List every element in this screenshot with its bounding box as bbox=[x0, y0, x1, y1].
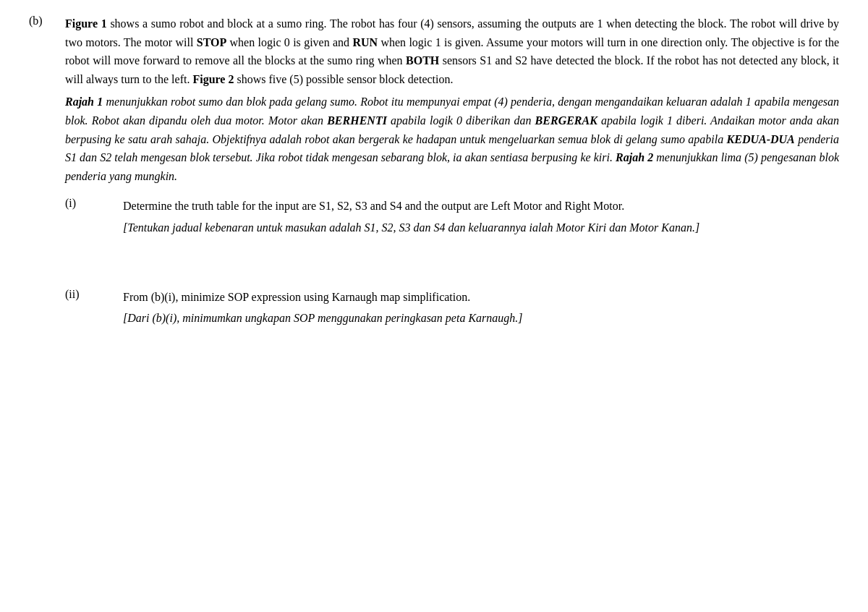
sub-question-ii: (ii) From (b)(i), minimize SOP expressio… bbox=[65, 288, 839, 328]
figure1-label: Figure 1 bbox=[65, 17, 107, 30]
sub-i-malay: [Tentukan jadual kebenaran untuk masukan… bbox=[123, 218, 839, 237]
sub-label-i: (i) bbox=[65, 197, 123, 210]
english-text-5: shows five (5) possible sensor block det… bbox=[237, 73, 453, 85]
bergerak-label: BERGERAK bbox=[535, 114, 597, 127]
sub-ii-malay: [Dari (b)(i), minimumkan ungkapan SOP me… bbox=[123, 309, 839, 328]
sub-questions: (i) Determine the truth table for the in… bbox=[65, 197, 839, 327]
sub-content-i: Determine the truth table for the input … bbox=[123, 197, 839, 237]
section-b-label: (b) bbox=[29, 14, 65, 27]
both-label: BOTH bbox=[406, 54, 439, 67]
sub-label-ii: (ii) bbox=[65, 288, 123, 301]
section-b-content: Figure 1 shows a sumo robot and block at… bbox=[65, 14, 839, 349]
figure2-label: Figure 2 bbox=[192, 73, 234, 85]
main-container: (b) Figure 1 shows a sumo robot and bloc… bbox=[29, 14, 839, 349]
kedua-dua-label: KEDUA-DUA bbox=[727, 133, 795, 145]
section-b: (b) Figure 1 shows a sumo robot and bloc… bbox=[29, 14, 839, 349]
rajah2-label: Rajah 2 bbox=[616, 151, 653, 163]
malay-paragraph: Rajah 1 menunjukkan robot sumo dan blok … bbox=[65, 93, 839, 185]
sub-i-english: Determine the truth table for the input … bbox=[123, 197, 839, 216]
sub-content-ii: From (b)(i), minimize SOP expression usi… bbox=[123, 288, 839, 328]
malay-text-2: apabila logik 0 diberikan dan bbox=[391, 114, 535, 127]
run-label: RUN bbox=[352, 36, 378, 48]
english-paragraph: Figure 1 shows a sumo robot and block at… bbox=[65, 14, 839, 88]
stop-label: STOP bbox=[197, 36, 227, 48]
sub-ii-english: From (b)(i), minimize SOP expression usi… bbox=[123, 288, 839, 307]
spacer-1 bbox=[65, 259, 839, 288]
rajah1-label: Rajah 1 bbox=[65, 95, 103, 108]
berhenti-label: BERHENTI bbox=[327, 114, 387, 127]
english-text-2: when logic 0 is given and bbox=[230, 36, 353, 48]
sub-question-i: (i) Determine the truth table for the in… bbox=[65, 197, 839, 237]
